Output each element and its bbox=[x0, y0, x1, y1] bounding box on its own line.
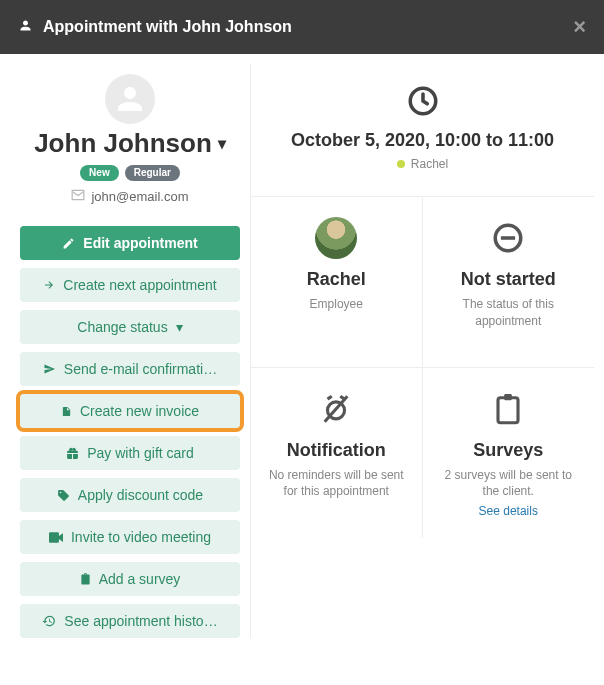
client-email[interactable]: john@email.com bbox=[20, 189, 240, 204]
history-icon bbox=[42, 614, 56, 628]
schedule-section: October 5, 2020, 10:00 to 11:00 Rachel bbox=[251, 64, 594, 197]
edit-appointment-button[interactable]: Edit appointment bbox=[20, 226, 240, 260]
info-grid: Rachel Employee Not started The status o… bbox=[251, 197, 594, 538]
send-icon bbox=[43, 363, 56, 375]
svg-rect-7 bbox=[498, 397, 518, 422]
person-icon bbox=[18, 18, 33, 37]
chevron-down-icon: ▾ bbox=[176, 319, 183, 335]
client-avatar bbox=[105, 74, 155, 124]
modal-header: Appointment with John Johnson × bbox=[0, 0, 604, 54]
employee-avatar bbox=[315, 217, 357, 259]
send-email-confirmation-button[interactable]: Send e-mail confirmati… bbox=[20, 352, 240, 386]
add-survey-button[interactable]: Add a survey bbox=[20, 562, 240, 596]
badge-regular: Regular bbox=[125, 165, 180, 181]
svg-line-4 bbox=[328, 396, 332, 399]
gift-icon bbox=[66, 447, 79, 460]
status-dot-icon bbox=[397, 160, 405, 168]
chevron-down-icon: ▾ bbox=[218, 134, 226, 153]
see-details-link[interactable]: See details bbox=[437, 504, 581, 518]
right-panel: October 5, 2020, 10:00 to 11:00 Rachel R… bbox=[250, 64, 594, 638]
pay-with-gift-card-button[interactable]: Pay with gift card bbox=[20, 436, 240, 470]
action-buttons: Edit appointment Create next appointment… bbox=[20, 226, 240, 638]
left-panel: John Johnson ▾ New Regular john@email.co… bbox=[10, 64, 250, 638]
tag-icon bbox=[57, 489, 70, 502]
pencil-icon bbox=[62, 237, 75, 250]
modal-body: John Johnson ▾ New Regular john@email.co… bbox=[0, 54, 604, 648]
create-new-invoice-button[interactable]: Create new invoice bbox=[20, 394, 240, 428]
clipboard-icon bbox=[437, 388, 581, 430]
employee-chip: Rachel bbox=[397, 157, 448, 171]
schedule-datetime: October 5, 2020, 10:00 to 11:00 bbox=[261, 130, 584, 151]
employee-card: Rachel Employee bbox=[251, 197, 423, 368]
video-icon bbox=[49, 532, 63, 543]
notification-card: Notification No reminders will be sent f… bbox=[251, 368, 423, 539]
appointment-modal: Appointment with John Johnson × John Joh… bbox=[0, 0, 604, 648]
not-started-icon bbox=[437, 217, 581, 259]
status-card: Not started The status of this appointme… bbox=[423, 197, 595, 368]
apply-discount-code-button[interactable]: Apply discount code bbox=[20, 478, 240, 512]
svg-rect-8 bbox=[505, 394, 513, 400]
create-next-appointment-button[interactable]: Create next appointment bbox=[20, 268, 240, 302]
notification-off-icon bbox=[265, 388, 408, 430]
see-appointment-history-button[interactable]: See appointment histo… bbox=[20, 604, 240, 638]
modal-title: Appointment with John Johnson bbox=[43, 18, 292, 36]
badge-new: New bbox=[80, 165, 119, 181]
close-icon[interactable]: × bbox=[573, 14, 586, 40]
clipboard-icon bbox=[80, 572, 91, 586]
invite-video-meeting-button[interactable]: Invite to video meeting bbox=[20, 520, 240, 554]
client-name-dropdown[interactable]: John Johnson ▾ bbox=[20, 128, 240, 159]
file-icon bbox=[61, 405, 72, 418]
clock-icon bbox=[406, 84, 440, 118]
change-status-button[interactable]: Change status ▾ bbox=[20, 310, 240, 344]
envelope-icon bbox=[71, 189, 85, 204]
surveys-card: Surveys 2 surveys will be sent to the cl… bbox=[423, 368, 595, 539]
arrow-right-icon bbox=[43, 279, 55, 291]
client-name: John Johnson bbox=[34, 128, 212, 159]
